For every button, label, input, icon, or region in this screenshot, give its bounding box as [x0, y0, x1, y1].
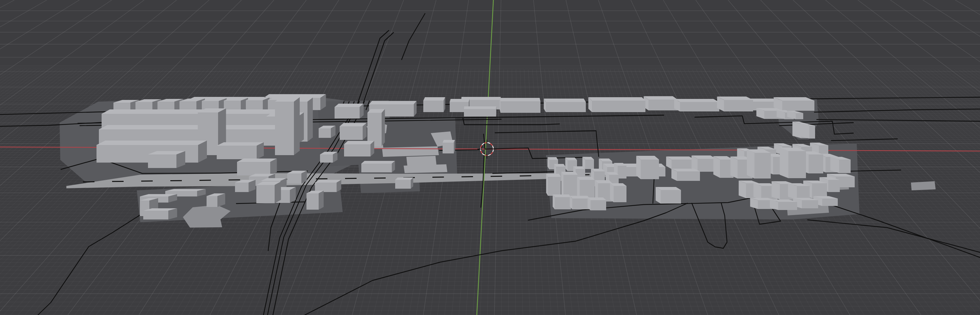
building-front [235, 183, 248, 192]
building-front [661, 190, 681, 204]
blender-viewport[interactable] [0, 0, 980, 315]
building [237, 159, 277, 175]
building-side [561, 172, 563, 197]
building [256, 181, 281, 203]
building-roof [237, 159, 277, 162]
building-front [809, 154, 823, 173]
building [148, 151, 185, 168]
building-side [800, 124, 809, 138]
building [655, 187, 681, 204]
building-front [148, 154, 177, 168]
building-roof [217, 142, 264, 146]
building-front [590, 200, 606, 210]
building-front [275, 102, 294, 155]
building [275, 97, 300, 155]
building-roof [369, 101, 417, 104]
building-roof [561, 172, 578, 175]
building-roof [546, 174, 561, 177]
building [800, 124, 815, 138]
building-front [614, 186, 627, 202]
building-front [677, 172, 700, 181]
building-front [778, 202, 797, 210]
building-front [423, 100, 444, 112]
building-roof [587, 197, 606, 200]
building-front [822, 199, 838, 206]
building [361, 161, 395, 172]
building-side [830, 157, 839, 173]
building-side [546, 174, 548, 196]
building-front [217, 146, 257, 159]
building-side [275, 181, 281, 203]
building-roof [547, 157, 558, 160]
building [344, 141, 374, 156]
building-front [548, 177, 561, 196]
building-side [792, 122, 801, 138]
building [788, 183, 810, 199]
building [235, 180, 256, 192]
building-roof [644, 96, 678, 100]
building-side [772, 181, 780, 199]
building-side [780, 148, 788, 178]
building [588, 97, 646, 112]
building [368, 109, 385, 146]
building [319, 126, 336, 138]
building-roof [423, 97, 445, 100]
building [500, 98, 541, 113]
building-roof [334, 103, 364, 107]
building-front [649, 100, 678, 110]
building [287, 171, 307, 184]
building-front [585, 159, 594, 169]
building-roof [340, 123, 367, 126]
building-front [344, 144, 371, 156]
building-side [382, 109, 385, 146]
building-side [319, 191, 324, 210]
building-front [592, 100, 646, 112]
building [307, 191, 324, 210]
building [544, 99, 586, 112]
building-front [802, 200, 818, 208]
building-side [713, 156, 720, 178]
building [561, 172, 578, 197]
building [340, 123, 367, 140]
building-pad [911, 181, 935, 190]
building [717, 97, 753, 111]
building-side [307, 97, 313, 142]
building [666, 156, 695, 169]
building-front [754, 153, 771, 178]
building-side [788, 183, 797, 199]
building-roof [450, 99, 470, 102]
building [830, 157, 851, 173]
building [780, 148, 806, 178]
building-side [747, 150, 754, 178]
building [747, 150, 771, 178]
building [582, 157, 594, 169]
building [320, 152, 337, 162]
building-side [294, 97, 300, 155]
building [570, 196, 590, 209]
building-roof [577, 177, 595, 180]
building-front [501, 101, 541, 113]
building [423, 97, 445, 112]
building-front [340, 126, 363, 140]
building-front [207, 196, 217, 207]
building [774, 97, 815, 111]
building-front [812, 183, 827, 198]
building-front [287, 173, 301, 184]
building-front [361, 164, 392, 172]
building-front [307, 193, 319, 210]
building-front [320, 154, 333, 162]
building-front [572, 199, 590, 209]
building [546, 174, 561, 196]
building-front [819, 145, 828, 155]
building-side [754, 183, 761, 199]
building-roof [674, 99, 719, 102]
building-front [546, 102, 586, 112]
building-front [143, 211, 168, 220]
building [587, 197, 606, 210]
building-front [442, 143, 454, 153]
building-front [315, 183, 337, 192]
building-front [796, 113, 803, 119]
building-front [237, 162, 270, 175]
building [644, 96, 678, 110]
building [553, 194, 571, 209]
